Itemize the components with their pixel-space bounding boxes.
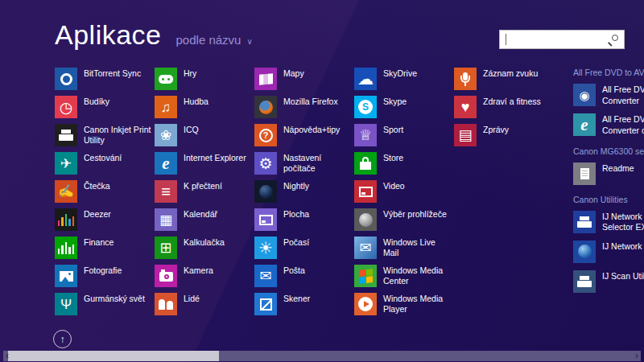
desktop-apps-column: All Free DVD to AVI Co◉All Free DVD to C… [573, 68, 644, 302]
desktop-app-item[interactable]: eAll Free DVD to Converter on th [573, 113, 644, 136]
app-tile[interactable]: BitTorrent Sync [55, 68, 153, 90]
calculator-icon: ⊞ [159, 241, 171, 255]
app-tile[interactable]: Záznam zvuku [454, 68, 552, 90]
app-tile[interactable]: Finance [55, 237, 153, 259]
app-tile-color-box: ✉ [254, 265, 277, 287]
app-tile[interactable]: Store [354, 152, 452, 175]
app-tile-color-box [155, 265, 177, 287]
text-caret [506, 34, 506, 45]
app-tile[interactable]: ♫Hudba [155, 96, 253, 118]
nightly-globe-icon [259, 185, 273, 199]
desktop-app-icon-box: ◉ [573, 84, 596, 106]
app-tile-label: Kamera [184, 265, 213, 287]
sort-by-dropdown[interactable]: podle názvu ∨ [176, 33, 253, 47]
skype-logo-icon: S [358, 100, 373, 114]
app-tile-label: Windows Media Player [383, 294, 452, 315]
app-tile[interactable]: ⊞Kalkulačka [155, 237, 253, 259]
app-tile[interactable]: Plocha [254, 208, 353, 231]
desktop-app-item[interactable]: IJ Network Tool [573, 241, 644, 263]
ie-logo-icon: e [162, 155, 169, 172]
app-tile-label: Nápověda+tipy [283, 125, 340, 146]
equalizer-bar [61, 217, 64, 226]
app-tile[interactable]: Mapy [254, 68, 353, 90]
app-tile[interactable]: Video [354, 180, 452, 203]
scrollbar-track[interactable] [3, 351, 641, 361]
app-tile-label: Mozilla Firefox [283, 97, 338, 118]
app-tile[interactable]: Mozilla Firefox [254, 96, 353, 118]
scrollbar-thumb[interactable] [8, 351, 219, 361]
app-tile-label: Zdraví a fitness [483, 97, 541, 118]
icq-flower-icon: ❀ [160, 129, 171, 142]
app-tile[interactable]: ≡K přečtení [155, 180, 253, 203]
app-tile-label: Windows Live Mail [383, 237, 452, 259]
app-tile[interactable]: ✉Pošta [254, 265, 353, 287]
app-tile[interactable]: ♕Sport [354, 124, 452, 146]
app-tile-label: Fotografie [84, 265, 122, 287]
scanner-device-icon [577, 216, 592, 228]
app-tile-color-box: ☁ [354, 68, 377, 90]
app-tile-color-box [354, 293, 377, 315]
search-icon[interactable] [608, 35, 618, 45]
photo-icon [60, 271, 73, 282]
alarm-clock-icon: ◷ [60, 100, 73, 115]
microphone-icon [463, 72, 468, 80]
app-tile[interactable]: Windows Media Player [354, 293, 452, 315]
app-tile-label: Záznam zvuku [483, 68, 538, 90]
app-tile-label: Gurmánský svět [84, 294, 145, 315]
app-tile-color-box [55, 208, 77, 231]
app-tile-color-box [254, 293, 277, 315]
app-tile[interactable]: ☁SkyDrive [354, 68, 452, 90]
app-tile-label: Kalkulačka [184, 237, 225, 259]
app-tile[interactable]: ✈Cestování [55, 152, 153, 175]
app-tile[interactable]: Deezer [55, 208, 153, 231]
shopping-bag-icon [360, 162, 371, 170]
desktop-app-label: IJ Scan Utility [602, 271, 644, 293]
semantic-zoom-button[interactable]: ↑ [53, 330, 72, 348]
desktop-app-label: IJ Network Tool [602, 241, 644, 263]
desktop-app-item[interactable]: IJ Network Scan Selector EX [573, 211, 644, 233]
app-tile-label: ICQ [184, 125, 199, 146]
app-tile-color-box: S [354, 96, 377, 118]
desktop-app-item[interactable]: IJ Scan Utility [573, 270, 644, 293]
app-tile-label: Počasí [283, 237, 309, 259]
desktop-app-icon-box [573, 162, 596, 185]
app-tile[interactable]: ▦Kalendář [155, 208, 253, 231]
play-circle-icon [358, 297, 373, 311]
app-tile[interactable]: ✉Windows Live Mail [354, 237, 452, 259]
scroll-right-icon[interactable]: › [635, 351, 638, 361]
app-tile[interactable]: ❀ICQ [155, 124, 253, 146]
search-input[interactable] [500, 31, 624, 48]
trophy-icon: ♕ [359, 128, 372, 142]
app-tile[interactable]: ΨGurmánský svět [55, 293, 153, 315]
app-tile[interactable]: Kamera [155, 265, 253, 287]
app-tile-label: Nastavení počítače [283, 153, 353, 175]
app-tile-color-box [254, 68, 277, 90]
app-tile-color-box [55, 265, 77, 287]
app-tile[interactable]: eInternet Explorer [155, 152, 253, 175]
app-tile[interactable]: Lidé [155, 293, 253, 315]
app-tile-color-box: e [155, 152, 177, 175]
app-tile[interactable]: Fotografie [55, 265, 153, 287]
app-tile[interactable]: Hry [155, 68, 253, 90]
app-tile[interactable]: SSkype [354, 96, 452, 118]
app-tile[interactable]: Windows Media Center [354, 265, 452, 287]
app-tile[interactable]: ⚙Nastavení počítače [254, 152, 353, 175]
app-tile[interactable]: Skener [254, 293, 353, 315]
app-tile[interactable]: Nightly [254, 180, 353, 203]
app-tile[interactable]: ?Nápověda+tipy [254, 124, 353, 146]
app-tile[interactable]: Výběr prohlížeče [354, 208, 452, 231]
app-tile[interactable]: ▤Zprávy [454, 124, 552, 146]
gear-icon: ⚙ [258, 156, 272, 171]
scroll-left-icon[interactable]: ‹ [6, 351, 9, 361]
app-tile[interactable]: ✍Čtečka [55, 180, 153, 203]
app-tile[interactable]: ☀Počasí [254, 237, 353, 259]
app-tile-label: Deezer [84, 209, 111, 231]
desktop-app-item[interactable]: Readme [573, 162, 644, 185]
app-tile-label: Finance [84, 237, 114, 259]
app-tile[interactable]: ◷Budíky [55, 96, 153, 118]
app-tile-label: Cestování [84, 153, 122, 175]
app-tile[interactable]: ♥Zdraví a fitness [454, 96, 552, 118]
app-tile[interactable]: Canon Inkjet Print Utility [55, 124, 153, 146]
desktop-app-item[interactable]: ◉All Free DVD to Converter [573, 84, 644, 106]
app-tile-label: Čtečka [84, 181, 110, 203]
